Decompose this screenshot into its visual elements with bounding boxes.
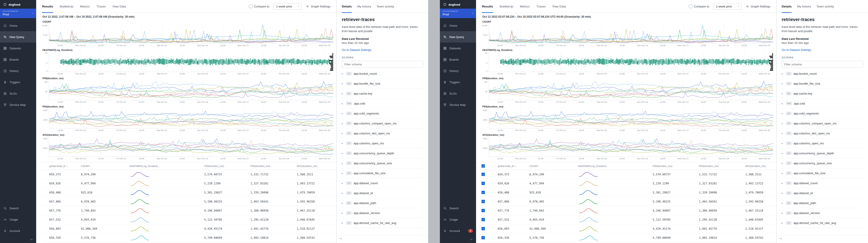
- schema-field-row[interactable]: ▸123app.cumulative_file_size: [342, 168, 423, 178]
- chart-plot[interactable]: [489, 24, 773, 44]
- expand-caret-icon[interactable]: ▸: [782, 152, 784, 155]
- details-expand-button[interactable]: [337, 235, 428, 243]
- schema-field-row[interactable]: ▸abcapp.dataset_path: [342, 198, 423, 208]
- expand-caret-icon[interactable]: ▸: [342, 122, 344, 125]
- tab-results[interactable]: Results: [42, 0, 53, 13]
- column-header-5[interactable]: AVG(duration_ms)↕: [745, 165, 776, 167]
- sidebar-item-search[interactable]: Search: [440, 202, 476, 214]
- sidebar-item-datasets[interactable]: Datasets: [0, 43, 36, 54]
- compare-period-select[interactable]: 1 week prior: [273, 3, 302, 10]
- expand-caret-icon[interactable]: ▸: [342, 73, 344, 75]
- column-header-1[interactable]: COUNT↕: [529, 165, 578, 167]
- details-tab-details[interactable]: Details: [782, 0, 792, 13]
- expand-caret-icon[interactable]: ▸: [782, 162, 784, 164]
- expand-caret-icon[interactable]: ▸: [342, 142, 344, 144]
- column-header-5[interactable]: AVG(duration_ms)↕: [297, 165, 336, 167]
- expand-caret-icon[interactable]: ▸: [342, 162, 344, 164]
- table-row[interactable]: ✓656,89341,066,5694,420.451741,401.45776…: [482, 224, 776, 233]
- table-row[interactable]: ✓656,3305,576,7365,740.680491,083.198141…: [482, 233, 776, 242]
- column-header-0[interactable]: global.build_id▼: [498, 165, 529, 167]
- tab-results[interactable]: Results: [482, 0, 493, 13]
- column-header-4[interactable]: P50(duration_ms)↕: [250, 165, 297, 167]
- table-row[interactable]: 659,0264,477,9945,239.12991,327.932811,4…: [41, 179, 336, 188]
- expand-caret-icon[interactable]: ▸: [342, 92, 344, 95]
- table-row[interactable]: 659,3738,974,2903,570.607371,532.717321,…: [41, 170, 336, 179]
- expand-caret-icon[interactable]: ▸: [782, 73, 784, 75]
- expand-caret-icon[interactable]: ▸: [782, 102, 784, 105]
- tab-bubbleup[interactable]: BubbleUp: [500, 0, 513, 13]
- expand-caret-icon[interactable]: ▸: [782, 82, 784, 85]
- tab-metrics[interactable]: Metrics: [80, 0, 90, 13]
- expand-caret-icon[interactable]: ▸: [342, 182, 344, 184]
- sort-icon[interactable]: ↕: [767, 166, 767, 167]
- sidebar-item-slos[interactable]: SLOs: [0, 88, 36, 99]
- tab-traces[interactable]: Traces: [97, 0, 106, 13]
- schema-field-row[interactable]: ▸123app.dataset_id: [342, 188, 423, 198]
- sort-icon[interactable]: ↕: [225, 166, 225, 167]
- expand-caret-icon[interactable]: ▸: [342, 82, 344, 85]
- chart-plot[interactable]: [489, 108, 773, 129]
- table-row[interactable]: 656,3305,576,7365,740.680491,083.198141,…: [41, 233, 336, 242]
- environment-switcher[interactable]: ENVIRONMENTProd: [440, 8, 476, 18]
- column-header-0[interactable]: global.build_id▼: [49, 165, 81, 167]
- details-tab-my-history[interactable]: My history: [797, 0, 811, 13]
- schema-field-row[interactable]: ▸123app.cold_segments: [342, 109, 423, 118]
- expand-caret-icon[interactable]: ▸: [782, 112, 784, 115]
- row-checkbox[interactable]: ✓: [482, 236, 485, 239]
- sidebar-collapse-button[interactable]: [440, 237, 476, 243]
- row-checkbox[interactable]: ✓: [482, 182, 485, 185]
- sort-icon[interactable]: ↕: [608, 166, 608, 167]
- sidebar-item-history[interactable]: History: [440, 65, 476, 77]
- expand-caret-icon[interactable]: ▸: [782, 202, 784, 204]
- expand-caret-icon[interactable]: ▸: [342, 222, 344, 224]
- expand-caret-icon[interactable]: ▸: [782, 182, 784, 184]
- schema-field-row[interactable]: ▸123app.derived_cache_hit_rate_avg: [782, 218, 863, 228]
- expand-caret-icon[interactable]: ▸: [342, 152, 344, 155]
- schema-field-row[interactable]: ▸123app.cumulative_file_size: [782, 168, 863, 178]
- schema-field-row[interactable]: ▸123app.bucket_count: [782, 69, 863, 79]
- sort-icon[interactable]: ↕: [91, 166, 92, 167]
- sidebar-item-home[interactable]: Home: [0, 20, 36, 31]
- table-row[interactable]: ✓657,7761,740,8434,196.940071,366.960581…: [482, 206, 776, 215]
- sort-icon[interactable]: ↕: [539, 166, 540, 167]
- schema-field-row[interactable]: ▸123app.bundle_file_size: [782, 79, 863, 89]
- schema-field-row[interactable]: ▸123app.columns_dict_open_ms: [342, 129, 423, 138]
- sidebar-item-new-query[interactable]: New Query: [0, 31, 36, 43]
- sidebar-item-triggers[interactable]: Triggers: [0, 77, 36, 88]
- sort-icon[interactable]: ↕: [673, 166, 674, 167]
- row-checkbox[interactable]: ✓: [482, 173, 485, 176]
- sidebar-item-boards[interactable]: Boards: [440, 54, 476, 65]
- schema-field-row[interactable]: ▸123app.dataset_count: [342, 178, 423, 188]
- schema-field-row[interactable]: ▸boolapp.cold: [342, 99, 423, 109]
- schema-field-row[interactable]: ▸123app.cold_segments: [782, 109, 863, 118]
- compare-period-select[interactable]: 1 week prior: [713, 3, 742, 10]
- expand-caret-icon[interactable]: ▸: [342, 132, 344, 135]
- sidebar-item-slos[interactable]: SLOs: [440, 88, 476, 99]
- table-row[interactable]: ✓657,5324,055,0105,122.507851,295.421281…: [482, 215, 776, 224]
- schema-field-row[interactable]: ▸123app.columns_compact_open_ms: [342, 118, 423, 129]
- sort-icon[interactable]: ↕: [318, 166, 319, 167]
- compare-to-control[interactable]: Compare to: [249, 4, 270, 8]
- sort-desc-icon[interactable]: ▼: [515, 166, 516, 167]
- compare-to-checkbox[interactable]: [689, 4, 692, 8]
- expand-caret-icon[interactable]: ▸: [782, 122, 784, 125]
- schema-field-row[interactable]: ▸123app.bundle_file_size: [342, 79, 423, 89]
- compare-to-checkbox[interactable]: [249, 4, 252, 8]
- table-row[interactable]: ✓659,0264,477,9945,239.12991,327.932811,…: [482, 179, 776, 188]
- schema-field-row[interactable]: ▸abcapp.cache.key: [782, 89, 863, 99]
- row-checkbox[interactable]: ✓: [482, 227, 485, 230]
- column-header-2[interactable]: HEATMAP(Log_Duration)↕: [129, 165, 204, 167]
- sidebar-item-search[interactable]: Search: [0, 202, 36, 214]
- schema-filter-input[interactable]: [342, 61, 423, 68]
- tab-traces[interactable]: Traces: [537, 0, 546, 13]
- schema-field-row[interactable]: ▸123app.bucket_count: [342, 69, 423, 79]
- column-header-3[interactable]: P99(duration_ms)↕: [204, 165, 250, 167]
- column-header-2[interactable]: HEATMAP(Log_Duration)↕: [578, 165, 653, 167]
- sidebar-item-triggers[interactable]: Triggers: [440, 77, 476, 88]
- table-row[interactable]: ✓659,3738,974,2903,570.607371,532.717321…: [482, 170, 776, 179]
- sort-desc-icon[interactable]: ▼: [66, 166, 68, 167]
- schema-field-row[interactable]: ▸123app.dataset_version: [342, 208, 423, 218]
- chart-plot[interactable]: [49, 137, 333, 157]
- sidebar-item-new-query[interactable]: New Query: [440, 31, 476, 43]
- expand-caret-icon[interactable]: ▸: [342, 202, 344, 204]
